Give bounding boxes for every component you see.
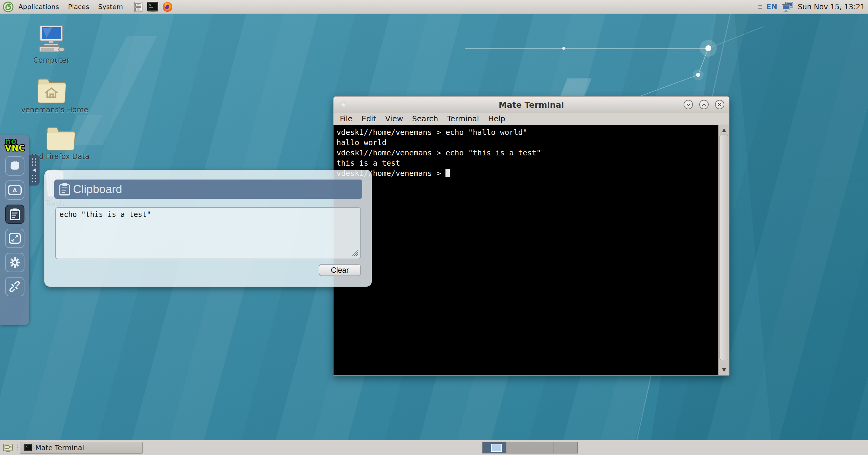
novnc-handle[interactable] (29, 155, 39, 186)
clipboard-panel-header: Clipboard (54, 180, 362, 199)
menu-places[interactable]: Places (63, 0, 94, 13)
terminal-menubar: File Edit View Search Terminal Help (334, 113, 729, 125)
keyboard-icon: A (8, 185, 22, 195)
menu-view[interactable]: View (380, 115, 407, 123)
show-keyboard-button[interactable]: A (5, 181, 25, 200)
folder-icon (45, 125, 76, 151)
window-maximize-button[interactable] (699, 100, 709, 109)
home-folder-icon (36, 76, 67, 104)
menu-file[interactable]: File (335, 115, 357, 123)
menu-help[interactable]: Help (484, 115, 510, 123)
menu-search[interactable]: Search (408, 115, 443, 123)
desktop-icon-label: venemans's Home (21, 106, 82, 114)
clipboard-icon (59, 182, 71, 196)
workspace-4[interactable] (554, 442, 578, 453)
window-title: Mate Terminal (499, 100, 564, 109)
workspace-1[interactable] (483, 442, 506, 453)
workspace-2[interactable] (506, 442, 530, 453)
drag-viewport-button[interactable] (5, 156, 25, 175)
clipboard-clear-button[interactable]: Clear (319, 264, 361, 276)
mate-menu-icon[interactable] (2, 1, 14, 13)
network-icon[interactable] (781, 1, 794, 13)
scroll-down-icon[interactable]: ▼ (719, 367, 730, 372)
chevron-down-icon (686, 103, 690, 106)
scrollbar-thumb[interactable] (719, 135, 728, 360)
disconnect-icon (8, 281, 22, 293)
clipboard-panel-title: Clipboard (73, 183, 122, 196)
window-minimize-button[interactable] (684, 100, 693, 109)
clipboard-textarea[interactable]: echo "this is a test" (55, 207, 361, 259)
terminal-window: Mate Terminal File Edit View Search Term… (333, 96, 730, 376)
panel-handle[interactable] (17, 444, 19, 452)
top-panel: Applications Places System (0, 0, 868, 14)
clipboard-icon (9, 208, 21, 221)
workspace-window-thumbnail (491, 444, 502, 452)
resize-grip-icon[interactable] (350, 249, 358, 257)
terminal-launcher-icon[interactable] (147, 1, 159, 13)
terminal-output[interactable]: vdesk1//home/venemans > echo "hallo worl… (334, 125, 718, 375)
taskbar-window-label: Mate Terminal (35, 444, 84, 452)
terminal-scrollbar[interactable]: ▲ ▼ (718, 125, 729, 375)
clock[interactable]: Sun Nov 15, 13:21 (798, 3, 865, 11)
novnc-control-bar: no VNC A (0, 135, 29, 325)
firefox-launcher-icon[interactable] (162, 1, 173, 13)
show-desktop-icon (3, 443, 13, 453)
keyboard-layout-indicator[interactable]: EN (766, 3, 777, 11)
desktop-icon-label: Computer (21, 56, 82, 65)
handle-arrow-icon (30, 157, 38, 183)
settings-button[interactable] (5, 253, 25, 272)
disconnect-button[interactable] (5, 277, 25, 296)
settings-gear-icon (8, 256, 21, 269)
window-close-button[interactable] (715, 100, 724, 109)
computer-icon (36, 24, 67, 55)
clipboard-button[interactable] (5, 204, 25, 224)
menu-bars-icon[interactable] (758, 5, 763, 9)
novnc-logo: no VNC (5, 138, 25, 152)
clipboard-panel: Clipboard echo "this is a test" Clear (44, 170, 372, 287)
close-icon (718, 103, 722, 106)
terminal-line: vdesk1//home/venemans > echo "hallo worl… (337, 127, 718, 138)
terminal-prompt-line: vdesk1//home/venemans > (337, 168, 718, 178)
menu-edit[interactable]: Edit (357, 115, 380, 123)
desktop-icon-home[interactable]: venemans's Home (21, 76, 82, 114)
taskbar-window-button[interactable]: Mate Terminal (20, 442, 143, 454)
grab-hand-icon (8, 160, 21, 172)
scroll-up-icon[interactable]: ▲ (719, 127, 730, 133)
terminal-line: vdesk1//home/venemans > echo "this is a … (337, 148, 718, 158)
chevron-up-icon (702, 103, 706, 106)
terminal-cursor (445, 169, 450, 177)
desktop-icon-computer[interactable]: Computer (21, 24, 82, 65)
window-icon (341, 102, 346, 107)
menu-terminal[interactable]: Terminal (442, 115, 484, 123)
show-desktop-button[interactable] (2, 442, 14, 454)
terminal-titlebar[interactable]: Mate Terminal (334, 97, 729, 113)
workspace-3[interactable] (530, 442, 554, 453)
fullscreen-icon (8, 233, 21, 244)
svg-text:A: A (13, 187, 17, 193)
terminal-line: this is a test (337, 158, 718, 168)
terminal-task-icon (23, 444, 32, 452)
fullscreen-button[interactable] (5, 229, 25, 248)
desktop-icon-firefox-data[interactable]: Old Firefox Data (30, 125, 91, 161)
terminal-line: hallo world (337, 138, 718, 148)
workspace-switcher (482, 442, 578, 454)
menu-system[interactable]: System (94, 0, 127, 13)
file-manager-launcher-icon[interactable] (133, 1, 144, 13)
menu-applications[interactable]: Applications (14, 0, 63, 13)
bottom-panel: Mate Terminal (0, 440, 868, 455)
